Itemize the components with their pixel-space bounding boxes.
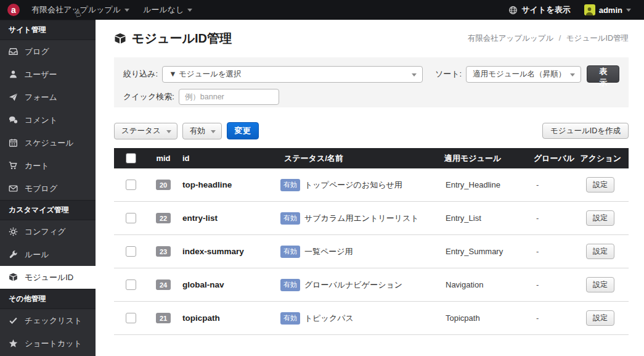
sidebar-item-label: カート <box>25 160 49 172</box>
row-checkbox[interactable] <box>126 279 136 290</box>
chevron-down-icon <box>211 130 216 133</box>
state-select[interactable]: 有効 <box>182 123 222 139</box>
cube-icon <box>114 33 126 45</box>
header-module: 適用モジュール <box>441 153 530 164</box>
module-name: サブカラム用エントリーリスト <box>304 213 419 224</box>
table-row: 22 entry-list 有効 サブカラム用エントリーリスト Entry_Li… <box>114 202 629 235</box>
setting-button[interactable]: 設定 <box>586 310 614 326</box>
applied-module: Entry_Summary <box>441 247 530 256</box>
setting-button[interactable]: 設定 <box>586 210 614 226</box>
gear-icon <box>9 227 18 236</box>
table-header-row: mid id ステータス/名前 適用モジュール グローバル アクション <box>114 148 629 168</box>
table-row: 21 topicpath 有効 トピックパス Topicpath - 設定 <box>114 302 629 335</box>
sidebar-item-comment[interactable]: コメント <box>0 109 96 131</box>
quick-search-input[interactable] <box>179 89 279 105</box>
sidebar-item-config[interactable]: コンフィグ <box>0 220 96 243</box>
sidebar-item-cart[interactable]: カート <box>0 154 96 177</box>
sidebar-item-checklist[interactable]: チェックリスト <box>0 309 96 332</box>
filter-panel: 絞り込み: ▼ モジュールを選択 ソート: 適用モジュール名（昇順） 表示 クイ… <box>114 57 629 107</box>
sidebar-item-label: ユーザー <box>25 69 57 80</box>
chevron-down-icon <box>412 73 417 77</box>
view-site-link[interactable]: サイトを表示 <box>502 0 577 20</box>
person-icon <box>585 6 594 15</box>
module-select[interactable]: ▼ モジュールを選択 <box>162 66 423 83</box>
sidebar-item-label: ルール <box>25 249 49 260</box>
status-badge: 有効 <box>280 246 300 258</box>
select-all-checkbox[interactable] <box>126 153 136 164</box>
rule-selector-label: ルールなし <box>143 4 184 15</box>
global-value: - <box>530 313 576 323</box>
sidebar-item-form[interactable]: フォーム <box>0 86 96 109</box>
applied-module: Entry_List <box>441 213 530 223</box>
module-id-table: mid id ステータス/名前 適用モジュール グローバル アクション 20 t… <box>114 148 629 335</box>
status-badge: 有効 <box>280 179 300 191</box>
create-module-id-button[interactable]: モジュールIDを作成 <box>542 123 629 139</box>
envelope-icon <box>9 184 18 193</box>
status-select-value: ステータス <box>121 126 161 136</box>
breadcrumb-parent-link[interactable]: 有限会社アップルップル <box>468 34 554 43</box>
module-id-text: entry-list <box>179 213 280 223</box>
applied-module: Navigation <box>441 280 530 289</box>
top-bar: a 有限会社アップルップル ルールなし サイトを表示 admin <box>0 0 644 20</box>
global-value: - <box>530 213 576 223</box>
header-action: アクション <box>576 153 629 164</box>
tray-icon <box>9 47 18 56</box>
module-id-text: global-nav <box>179 280 280 289</box>
sidebar-item-moblog[interactable]: モブログ <box>0 177 96 200</box>
sidebar-item-shortcut[interactable]: ショートカット <box>0 332 96 355</box>
show-button[interactable]: 表示 <box>587 65 619 83</box>
row-checkbox[interactable] <box>126 313 136 323</box>
row-checkbox[interactable] <box>126 246 136 257</box>
breadcrumb: 有限会社アップルップル / モジュールID管理 <box>468 33 629 44</box>
page-header: モジュールID管理 有限会社アップルップル / モジュールID管理 <box>96 20 644 57</box>
site-selector-label: 有限会社アップルップル <box>31 4 121 15</box>
setting-button[interactable]: 設定 <box>586 277 614 292</box>
setting-button[interactable]: 設定 <box>586 177 614 192</box>
sidebar-item-user[interactable]: ユーザー <box>0 63 96 86</box>
module-id-text: top-headline <box>179 180 280 189</box>
setting-button[interactable]: 設定 <box>586 244 614 259</box>
sort-label: ソート: <box>435 68 462 80</box>
status-select[interactable]: ステータス <box>114 123 177 139</box>
sidebar-item-schedule[interactable]: スケジュール <box>0 131 96 154</box>
main-content: モジュールID管理 有限会社アップルップル / モジュールID管理 絞り込み: … <box>96 20 644 356</box>
module-select-value: ▼ モジュールを選択 <box>169 69 241 80</box>
chevron-down-icon <box>187 9 192 12</box>
mid-badge: 22 <box>156 213 171 223</box>
sidebar-item-label: チェックリスト <box>25 315 82 326</box>
page-title: モジュールID管理 <box>114 30 232 47</box>
global-value: - <box>530 180 576 189</box>
app-logo-icon[interactable]: a <box>7 4 20 16</box>
breadcrumb-separator: / <box>559 34 561 43</box>
sidebar-section-customize: カスタマイズ管理 <box>0 200 96 220</box>
chevron-down-icon <box>124 9 129 12</box>
row-checkbox[interactable] <box>126 213 136 223</box>
row-checkbox[interactable] <box>126 180 136 190</box>
sort-select-value: 適用モジュール名（昇順） <box>473 69 566 80</box>
apply-button[interactable]: 変更 <box>227 122 259 139</box>
sidebar-section-site: サイト管理 <box>0 20 96 40</box>
calendar-icon <box>9 138 18 147</box>
rule-selector[interactable]: ルールなし <box>136 0 199 20</box>
sidebar: サイト管理 ブログ ユーザー フォーム コメント スケジュール カート モブログ… <box>0 20 96 356</box>
chevron-down-icon <box>570 73 575 77</box>
sidebar-item-label: スケジュール <box>25 138 74 149</box>
status-badge: 有効 <box>280 212 300 225</box>
sort-select[interactable]: 適用モジュール名（昇順） <box>466 66 581 83</box>
sidebar-item-module-id[interactable]: モジュールID <box>0 266 96 289</box>
table-row: 20 top-headline 有効 トップページのお知らせ用 Entry_He… <box>114 168 629 202</box>
user-menu[interactable]: admin <box>577 0 638 20</box>
filter-row-1: 絞り込み: ▼ モジュールを選択 ソート: 適用モジュール名（昇順） 表示 <box>123 65 619 83</box>
check-icon <box>9 316 18 325</box>
sidebar-item-label: ショートカット <box>25 338 82 349</box>
module-id-text: topicpath <box>179 313 280 323</box>
mid-badge: 20 <box>156 180 171 190</box>
sidebar-item-blog[interactable]: ブログ <box>0 40 96 63</box>
comments-icon <box>9 115 18 125</box>
status-badge: 有効 <box>280 312 300 325</box>
sidebar-item-rule[interactable]: ルール <box>0 243 96 266</box>
header-global: グローバル <box>530 153 576 164</box>
sidebar-item-label: ブログ <box>25 46 49 57</box>
module-name: 一覧ページ用 <box>304 246 353 257</box>
site-selector[interactable]: 有限会社アップルップル <box>25 0 136 20</box>
